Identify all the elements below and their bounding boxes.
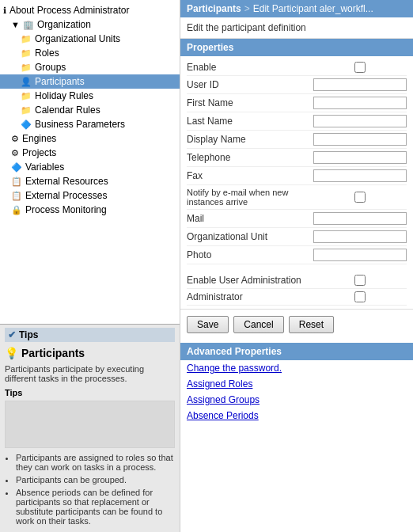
folder-icon-4: 📁 (21, 91, 32, 101)
buttons-row: Save Cancel Reset (180, 309, 413, 340)
folder-icon-2: 📁 (21, 48, 32, 59)
tips-header-label: Tips (19, 329, 38, 340)
folder-icon-3: 📁 (21, 63, 32, 73)
prop-label-telephone: Telephone (187, 152, 313, 163)
tree-item-projects[interactable]: ⚙ Projects (0, 146, 180, 160)
cancel-button[interactable]: Cancel (233, 316, 283, 333)
enable-user-admin-checkbox[interactable] (313, 275, 407, 286)
prop-row-telephone: Telephone (187, 149, 407, 167)
folder-icon-1: 📁 (21, 34, 32, 44)
tips-image (5, 401, 175, 448)
tips-title-text: Participants (21, 347, 85, 359)
prop-row-displayname: Display Name (187, 131, 407, 149)
prop-label-enable-user-admin: Enable User Administration (187, 275, 313, 286)
gear-icon-2: ⚙ (11, 148, 19, 158)
org-unit-input[interactable] (313, 230, 407, 243)
diamond-icon-2: 🔷 (11, 162, 22, 173)
roles-label: Roles (35, 48, 59, 59)
tree-section: ℹ About Process Administrator ▼ 🏢 Organi… (0, 0, 180, 324)
variables-label: Variables (25, 162, 64, 173)
tree-item-ext-processes[interactable]: 📋 External Processes (0, 188, 180, 203)
administrator-checkbox[interactable] (313, 291, 407, 302)
prop-row-firstname: First Name (187, 94, 407, 112)
calendar-rules-label: Calendar Rules (35, 104, 100, 116)
diamond-icon-1: 🔷 (21, 120, 32, 130)
participants-label: Participants (35, 76, 85, 87)
prop-label-fax: Fax (187, 170, 313, 181)
notify-email-checkbox[interactable] (313, 192, 407, 203)
tree-item-engines[interactable]: ⚙ Engines (0, 131, 180, 146)
prop-row-administrator: Administrator (187, 289, 407, 306)
tree-item-calendar-rules[interactable]: 📁 Calendar Rules (0, 103, 180, 117)
prop-label-mail: Mail (187, 213, 313, 224)
tree-item-business-params[interactable]: 🔷 Business Parameters (0, 117, 180, 131)
projects-label: Projects (22, 147, 56, 158)
displayname-input[interactable] (313, 133, 407, 146)
ext-resources-label: External Resources (25, 176, 108, 187)
prop-row-lastname: Last Name (187, 112, 407, 131)
properties-table: Enable User ID First Name Last Name Disp… (180, 56, 413, 309)
tips-section: ✔ Tips 💡 Participants Participants parti… (0, 324, 180, 532)
prop-row-userid: User ID (187, 76, 407, 94)
tree-item-roles[interactable]: 📁 Roles (0, 46, 180, 60)
tree-item-variables[interactable]: 🔷 Variables (0, 160, 180, 174)
userid-input[interactable] (313, 78, 407, 91)
enable-checkbox[interactable] (313, 62, 407, 73)
lightbulb-icon: 💡 (5, 347, 18, 359)
checkmark-icon: ✔ (8, 329, 16, 340)
absence-periods-link[interactable]: Absence Periods (180, 408, 413, 424)
prop-row-notify-email: Notify by e-mail when new instances arri… (187, 185, 407, 210)
tips-header: ✔ Tips (5, 328, 175, 342)
list-icon-2: 📋 (11, 191, 22, 201)
tree-item-ext-resources[interactable]: 📋 External Resources (0, 174, 180, 188)
tree-item-proc-monitoring[interactable]: 🔒 Process Monitoring (0, 203, 180, 217)
prop-label-administrator: Administrator (187, 291, 313, 302)
tree-item-org-units[interactable]: 📁 Organizational Units (0, 32, 180, 46)
root-icon: ℹ (3, 6, 6, 16)
folder-icon-5: 📁 (21, 105, 32, 116)
tree-item-participants[interactable]: 👤 Participants (0, 74, 180, 89)
save-button[interactable]: Save (187, 316, 229, 333)
breadcrumb-part1: Participants (187, 3, 241, 14)
advanced-section: Advanced Properties Change the password.… (180, 343, 413, 424)
assigned-roles-link[interactable]: Assigned Roles (180, 376, 413, 392)
mail-input[interactable] (313, 212, 407, 225)
tree-item-organization[interactable]: ▼ 🏢 Organization (0, 17, 180, 32)
tips-list: Participants are assigned to roles so th… (5, 453, 175, 526)
assigned-groups-link[interactable]: Assigned Groups (180, 392, 413, 408)
tips-description: Participants participate by executing di… (5, 364, 175, 383)
org-icon: 🏢 (23, 20, 34, 30)
lastname-input[interactable] (313, 115, 407, 127)
tree-item-groups[interactable]: 📁 Groups (0, 60, 180, 74)
org-label: Organization (37, 19, 91, 30)
gear-icon-1: ⚙ (11, 134, 19, 144)
breadcrumb-part2: Edit Participant aler_workfl... (253, 3, 373, 14)
firstname-input[interactable] (313, 97, 407, 109)
photo-input[interactable] (313, 249, 407, 261)
engines-label: Engines (22, 133, 56, 144)
prop-label-userid: User ID (187, 79, 313, 90)
telephone-input[interactable] (313, 151, 407, 164)
ext-processes-label: External Processes (25, 190, 107, 201)
tree-item-root[interactable]: ℹ About Process Administrator (0, 3, 180, 17)
prop-row-mail: Mail (187, 210, 407, 228)
fax-input[interactable] (313, 169, 407, 182)
breadcrumb-separator: > (244, 3, 250, 14)
business-params-label: Business Parameters (35, 119, 125, 130)
tips-title: 💡 Participants (5, 347, 175, 359)
advanced-header: Advanced Properties (180, 343, 413, 360)
right-panel: Participants > Edit Participant aler_wor… (180, 0, 413, 532)
lock-icon: 🔒 (11, 205, 22, 215)
prop-label-enable: Enable (187, 62, 313, 73)
holiday-rules-label: Holiday Rules (35, 90, 93, 101)
prop-label-photo: Photo (187, 249, 313, 260)
reset-button[interactable]: Reset (289, 316, 334, 333)
tree-item-holiday-rules[interactable]: 📁 Holiday Rules (0, 89, 180, 103)
prop-row-fax: Fax (187, 167, 407, 185)
tips-list-item-3: Absence periods can be defined for parti… (16, 488, 175, 526)
participants-icon: 👤 (21, 77, 32, 87)
prop-row-org-unit: Organizational Unit (187, 228, 407, 246)
change-password-link[interactable]: Change the password. (180, 360, 413, 376)
breadcrumb: Participants > Edit Participant aler_wor… (180, 0, 413, 17)
left-panel: ℹ About Process Administrator ▼ 🏢 Organi… (0, 0, 180, 532)
